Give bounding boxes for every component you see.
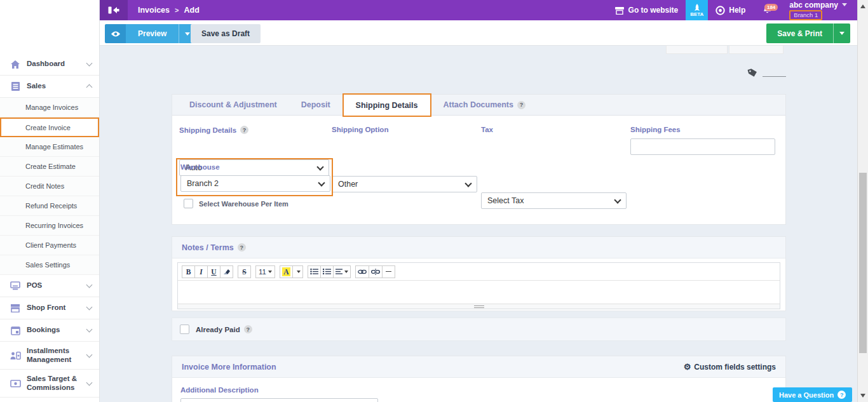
text-color-button[interactable]: A [280,265,293,278]
tax-select[interactable]: Select Tax [481,192,627,209]
go-to-website-label: Go to website [628,6,679,15]
notifications-button[interactable]: 184 [753,4,782,17]
sidebar-item-label: Bookings [24,326,87,335]
sidebar-item-sales[interactable]: Sales [0,76,99,98]
save-as-draft-button[interactable]: Save as Draft [191,24,261,43]
preview-button[interactable]: Preview [105,24,195,43]
sub-item-label: Refund Receipts [25,202,77,210]
tax-value: Select Tax [487,196,524,205]
additional-description-input[interactable] [180,398,378,402]
beta-badge[interactable]: BETA [686,0,708,20]
shipping-option-select[interactable]: Other [332,176,477,192]
sidebar-item-sales-settings[interactable]: Sales Settings [0,255,99,275]
clear-format-button[interactable] [220,265,233,278]
tab-label: Shipping Details [356,101,418,110]
bullet-list-icon [310,268,318,275]
additional-description-label: Additional Description [180,386,776,394]
text-color-dropdown[interactable] [292,265,303,278]
tab-discount-adjustment[interactable]: Discount & Adjustment [177,95,289,115]
website-icon [614,6,625,15]
breadcrumb-invoices[interactable]: Invoices [138,6,170,15]
sidebar-item-dashboard[interactable]: Dashboard [0,53,99,76]
rich-text-editor: B I U S 11 A [177,262,780,309]
custom-fields-settings-label: Custom fields settings [694,363,776,372]
storefront-icon [6,304,24,312]
bold-button[interactable]: B [182,265,195,278]
select-warehouse-per-item-checkbox[interactable] [184,199,193,208]
save-and-print-label: Save & Print [766,23,833,43]
vertical-scrollbar[interactable] [857,0,868,402]
company-name: abc company [789,1,838,10]
underline-button[interactable]: U [207,265,220,278]
sidebar-collapse-button[interactable] [100,0,128,20]
help-question-icon[interactable]: ? [517,101,526,109]
go-to-website-link[interactable]: Go to website [607,6,686,15]
italic-button[interactable]: I [194,265,208,278]
more-info-title: Invoice More Information [182,363,276,372]
sub-item-label: Create Estimate [25,163,76,170]
scrollbar-thumb[interactable] [859,173,867,353]
sidebar-item-client-payments[interactable]: Client Payments [0,236,99,255]
sidebar-item-create-estimate[interactable]: Create Estimate [0,157,99,177]
unlink-button[interactable] [369,265,383,278]
strikethrough-button[interactable]: S [238,265,251,278]
save-and-print-button[interactable]: Save & Print [766,23,850,43]
chevron-down-icon [614,196,621,203]
sub-item-label: Manage Estimates [25,143,83,151]
chevron-down-icon [86,379,93,385]
shipping-fees-input[interactable] [630,138,775,155]
editor-content-area[interactable] [178,281,780,304]
warehouse-label: Warehouse [180,163,332,171]
tab-shipping-details[interactable]: Shipping Details [342,93,431,117]
sidebar-item-credit-notes[interactable]: Credit Notes [0,177,99,196]
custom-fields-settings-link[interactable]: ⚙ Custom fields settings [684,362,776,372]
sidebar-logo-space [0,0,99,53]
tab-attach-documents[interactable]: Attach Documents ? [431,95,538,115]
help-question-icon[interactable]: ? [240,126,248,134]
sidebar-item-manage-invoices[interactable]: Manage Invoices [0,98,99,117]
company-menu[interactable]: abc company Branch 1 [782,1,857,20]
shipping-fees-label: Shipping Fees [630,126,681,133]
warehouse-select[interactable]: Branch 2 [180,175,330,192]
sidebar-item-manage-estimates[interactable]: Manage Estimates [0,137,99,157]
font-size-dropdown[interactable]: 11 [255,265,275,278]
shipping-details-label: Shipping Details ? [179,126,248,134]
sub-item-label: Manage Invoices [25,104,78,111]
ordered-list-button[interactable] [320,265,334,278]
have-a-question-button[interactable]: Have a Question ? [773,387,852,402]
tab-label: Discount & Adjustment [189,100,277,109]
sidebar-item-installments-management[interactable]: Installments Management [0,342,99,370]
save-and-print-dropdown-button[interactable] [833,23,850,43]
insert-link-button[interactable] [355,265,369,278]
help-question-icon[interactable]: ? [238,243,246,251]
tab-deposit[interactable]: Deposit [289,95,342,115]
sidebar-item-bookings[interactable]: Bookings [0,319,99,342]
sub-item-label: Client Payments [25,241,76,249]
sidebar-item-label: Shop Front [24,304,87,312]
partial-table-cell [666,46,728,54]
sidebar-item-create-invoice[interactable]: Create Invoice [0,117,99,137]
sidebar-item-sales-target-commissions[interactable]: Sales Target & Commissions [0,370,99,398]
preview-label: Preview [126,24,179,43]
sidebar-item-refund-receipts[interactable]: Refund Receipts [0,196,99,216]
collapse-menu-icon [108,6,119,15]
sub-item-label: Credit Notes [25,182,64,190]
calendar-icon [6,326,24,335]
horizontal-rule-button[interactable] [382,265,395,278]
chevron-down-icon [344,271,348,273]
scroll-down-arrow[interactable] [860,394,865,398]
chevron-down-icon [86,351,93,358]
unordered-list-button[interactable] [308,265,321,278]
sidebar-item-pos[interactable]: POS [0,275,99,297]
pos-icon [6,281,24,290]
help-link[interactable]: Help [708,6,753,15]
paragraph-align-dropdown[interactable] [333,265,351,278]
sidebar-item-recurring-invoices[interactable]: Recurring Invoices [0,216,99,236]
help-question-icon[interactable]: ? [244,325,252,333]
editor-resize-grip[interactable] [474,305,484,308]
tags-input[interactable] [763,76,786,77]
already-paid-checkbox[interactable] [180,325,189,334]
select-warehouse-per-item-row: Select Warehouse Per Item [184,199,288,208]
sidebar-item-shop-front[interactable]: Shop Front [0,297,99,319]
scroll-up-arrow[interactable] [860,4,865,8]
